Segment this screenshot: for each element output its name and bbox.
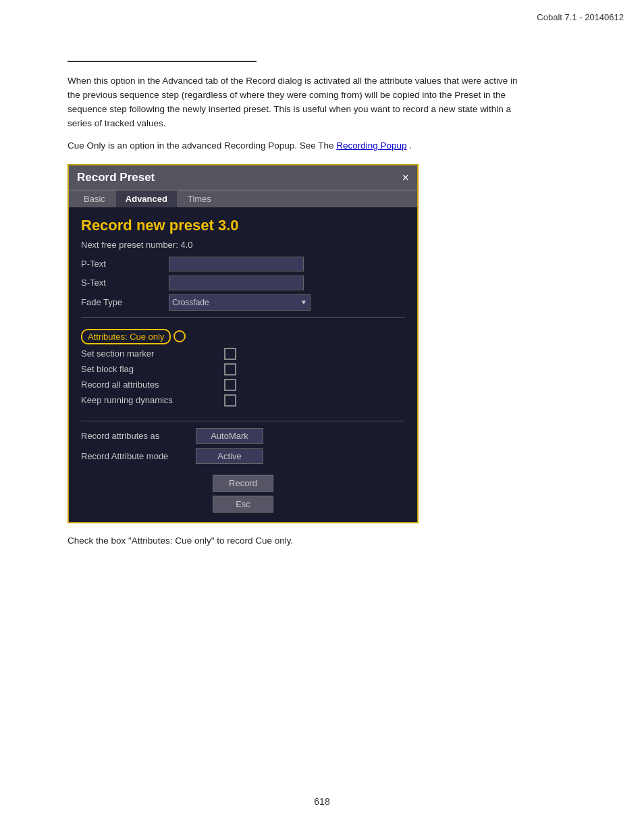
divider-1	[81, 317, 405, 318]
fadetype-chevron-icon: ▼	[300, 298, 307, 306]
content-area: When this option in the Advanced tab of …	[68, 61, 603, 566]
checkbox-row-cue-only: Attributes: Cue only	[81, 329, 405, 344]
record-button[interactable]: Record	[213, 475, 273, 492]
tab-advanced[interactable]: Advanced	[116, 190, 177, 207]
section-marker-label: Set section marker	[81, 348, 216, 359]
cue-only-label: Attributes: Cue only	[81, 329, 171, 344]
version-text: Cobalt 7.1 - 20140612	[537, 12, 624, 22]
ptext-label: P-Text	[81, 259, 169, 269]
page-number: 618	[0, 796, 644, 807]
intro-paragraph1: When this option in the Advanced tab of …	[68, 74, 527, 131]
dialog-title: Record Preset	[77, 171, 155, 184]
running-dynamics-label: Keep running dynamics	[81, 395, 216, 405]
record-title: Record new preset 3.0	[81, 217, 405, 234]
tab-times[interactable]: Times	[178, 190, 221, 207]
esc-button[interactable]: Esc	[213, 496, 273, 513]
all-attributes-label: Record all attributes	[81, 380, 216, 390]
ptext-input[interactable]	[169, 257, 304, 271]
fadetype-value: Crossfade	[172, 298, 209, 307]
block-flag-label: Set block flag	[81, 364, 216, 374]
fadetype-row: Fade Type Crossfade ▼	[81, 294, 405, 311]
section-marker-checkbox[interactable]	[224, 348, 236, 360]
top-rule	[68, 61, 257, 62]
automark-button[interactable]: AutoMark	[196, 428, 263, 444]
dialog-tabs: Basic Advanced Times	[69, 190, 417, 207]
fadetype-label: Fade Type	[81, 297, 169, 307]
stext-row: S-Text	[81, 276, 405, 290]
record-attribute-mode-row: Record Attribute mode Active	[81, 448, 405, 464]
next-free-preset: Next free preset number: 4.0	[81, 240, 405, 250]
tab-basic[interactable]: Basic	[74, 190, 115, 207]
fadetype-select[interactable]: Crossfade ▼	[169, 294, 311, 311]
ptext-row: P-Text	[81, 257, 405, 271]
cue-only-checkbox[interactable]	[173, 330, 186, 342]
checkbox-row-running-dynamics: Keep running dynamics	[81, 394, 405, 407]
record-attributes-as-label: Record attributes as	[81, 431, 196, 441]
record-attr-section: Record attributes as AutoMark Record Att…	[81, 428, 405, 464]
stext-label: S-Text	[81, 278, 169, 288]
intro-paragraph2: Cue Only is an option in the advanced Re…	[68, 140, 603, 151]
all-attributes-checkbox[interactable]	[224, 379, 236, 391]
version-header: Cobalt 7.1 - 20140612	[537, 12, 624, 22]
button-section: Record Esc	[81, 475, 405, 513]
checkbox-row-block-flag: Set block flag	[81, 363, 405, 375]
checkbox-row-section-marker: Set section marker	[81, 348, 405, 360]
dialog-close-button[interactable]: ×	[402, 172, 409, 184]
record-title-number: 3.0	[218, 217, 239, 234]
dialog-titlebar: Record Preset ×	[69, 165, 417, 190]
running-dynamics-checkbox[interactable]	[224, 394, 236, 407]
record-attributes-as-row: Record attributes as AutoMark	[81, 428, 405, 444]
caption-text: Check the box "Attributes: Cue only" to …	[68, 536, 603, 546]
checkbox-row-all-attributes: Record all attributes	[81, 379, 405, 391]
divider-2	[81, 421, 405, 421]
stext-input[interactable]	[169, 276, 304, 290]
intro-p2-suffix: .	[409, 140, 412, 151]
active-button[interactable]: Active	[196, 448, 263, 464]
record-preset-dialog: Record Preset × Basic Advanced Times Rec…	[68, 164, 419, 523]
record-title-prefix: Record new preset	[81, 217, 218, 234]
dialog-body: Record new preset 3.0 Next free preset n…	[69, 207, 417, 522]
recording-popup-link[interactable]: Recording Popup	[336, 140, 406, 151]
intro-p2-prefix: Cue Only is an option in the advanced Re…	[68, 140, 336, 151]
block-flag-checkbox[interactable]	[224, 363, 236, 375]
checkbox-section: Attributes: Cue only Set section marker …	[81, 325, 405, 414]
record-attribute-mode-label: Record Attribute mode	[81, 451, 196, 461]
